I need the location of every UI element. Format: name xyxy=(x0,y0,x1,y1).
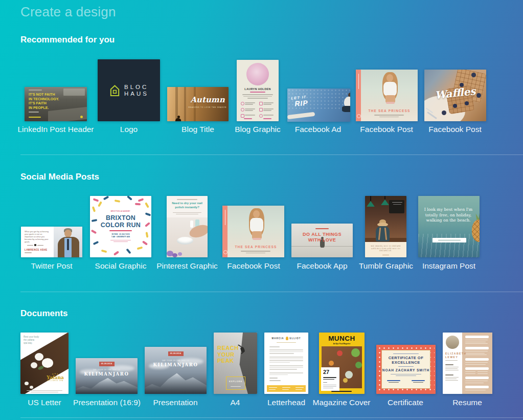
placeholder-text xyxy=(176,214,198,214)
pres-title: KILIMANJARO xyxy=(145,362,207,367)
lightbulb-icon xyxy=(286,337,288,340)
thumbnail-blog-graphic[interactable]: LAURYN HOLDEN xyxy=(237,60,279,121)
thumbnail-resume[interactable]: ELIZABETHLEWEY xyxy=(443,333,492,394)
thumbnail-linkedin-post-header[interactable]: IT'S NOT FAITHIN TECHNOLOGY. IT'S FAITHI… xyxy=(25,87,87,121)
template-label[interactable]: Magazine Cover xyxy=(313,398,371,407)
thumbnail-blog-title[interactable]: Autumn REASONS TO LOVE THE SEASON xyxy=(167,87,229,121)
stamp-icon xyxy=(357,114,361,118)
template-label[interactable]: Instagram Post xyxy=(422,261,475,271)
template-label[interactable]: Blog Title xyxy=(181,125,214,134)
beach-photo: THE SEA PRINCESS xyxy=(361,70,418,121)
template-label[interactable]: Tumblr Graphic xyxy=(359,261,413,271)
placeholder-text xyxy=(29,90,42,91)
thumbnail-logo[interactable]: BLOC HAUS xyxy=(98,59,160,121)
author-name: LAWRENCE ASHE xyxy=(25,249,48,251)
template-label[interactable]: Letterhead xyxy=(267,398,305,407)
stamp-icon xyxy=(223,250,228,254)
section-divider xyxy=(20,154,523,155)
chalk-line xyxy=(393,204,401,205)
template-label[interactable]: Certificate xyxy=(388,398,423,407)
app-headline: DO ALL THINGSWITH LOVE xyxy=(291,232,353,243)
thumbnail-a4[interactable]: REACHYOURPEAK EXPLORE xyxy=(214,333,257,394)
template-label[interactable]: Presentation (16:9) xyxy=(73,398,141,407)
beach-photo: THE SEA PRINCESS xyxy=(228,206,284,257)
accent-line xyxy=(29,117,41,118)
thumbnail-letterhead[interactable]: MARCIA ELLIOT xyxy=(264,333,308,394)
person-name: LAURYN HOLDEN xyxy=(237,87,279,91)
letterhead-header: MARCIA ELLIOT xyxy=(264,337,308,340)
thumbnail-tumblr-graphic[interactable]: WE TRAVEL NOT TO ESCAPE LIFE BUT FOR LIF… xyxy=(365,196,406,257)
accent-dot xyxy=(80,116,83,118)
autumn-subtitle: REASONS TO LOVE THE SEASON xyxy=(188,106,228,108)
thumbnail-presentation-16-9[interactable]: 05.28.2014 DAY TOUR OF THE TRIP TO KILIM… xyxy=(76,358,138,394)
template-label[interactable]: Twitter Post xyxy=(31,261,73,271)
template-label[interactable]: US Letter xyxy=(28,398,61,407)
pres-kicker: DAY TOUR OF THE TRIP TO xyxy=(76,369,138,371)
template-label[interactable]: Logo xyxy=(120,125,138,134)
letterhead-footer xyxy=(267,385,306,392)
spa-tagline: Rest your bodythe yafanaspa way. xyxy=(24,336,39,344)
template-label[interactable]: Facebook App xyxy=(297,261,347,271)
pres-kicker: DAY TOUR OF THE TRIP TO xyxy=(145,360,207,362)
template-label[interactable]: Facebook Post xyxy=(227,261,280,271)
date-badge: 05.28.2014 xyxy=(168,351,184,356)
headline-text: IT'S NOT FAITHIN TECHNOLOGY. IT'S FAITHI… xyxy=(29,93,59,110)
tree-shape xyxy=(184,87,186,121)
thumbnail-facebook-post-sea-princess[interactable]: THE SEA PRINCESS xyxy=(356,70,418,121)
thumbnail-pinterest-graphic[interactable]: Need to dry your nail polish instantly? xyxy=(167,196,208,257)
thumbnail-magazine-cover[interactable]: MUNCH An Epic Food Magazine 27 xyxy=(319,333,365,394)
pres-title: KILIMANJARO xyxy=(76,371,138,377)
vertical-caption xyxy=(358,74,359,89)
man-photo xyxy=(54,227,82,257)
pin-headline: Need to dry your nail polish instantly? xyxy=(170,202,204,209)
placeholder-text xyxy=(31,392,58,392)
page-title: Create a design xyxy=(20,4,116,20)
thumbnail-facebook-ad[interactable]: LET IT RIP xyxy=(287,89,350,122)
thumbnail-certificate[interactable]: CERTIFICATE OFEXCELLENCE NOAH ZACHARY SM… xyxy=(376,345,436,394)
event-title: BRIXTONCOLOR RUN xyxy=(90,214,151,229)
accent-line xyxy=(244,118,252,119)
autumn-title: Autumn xyxy=(188,95,228,104)
sea-waves xyxy=(418,234,480,257)
thumbnail-twitter-post[interactable]: What you get by achieving your goals is … xyxy=(21,227,82,257)
thumbnail-facebook-post-sea-princess[interactable]: THE SEA PRINCESS xyxy=(222,206,284,257)
surfboard xyxy=(287,112,315,120)
mountain xyxy=(145,371,207,394)
explore-box: EXPLORE xyxy=(226,377,245,390)
section-divider xyxy=(20,292,523,292)
accent-line xyxy=(263,118,271,119)
logo-wordmark: BLOC HAUS xyxy=(124,84,149,97)
template-label[interactable]: A4 xyxy=(231,398,240,407)
template-label[interactable]: Resume xyxy=(452,398,482,407)
thumbnail-facebook-app[interactable]: DO ALL THINGSWITH LOVE xyxy=(291,224,353,257)
thumbnail-instagram-post[interactable]: I look my best when I'm totally free, on… xyxy=(418,196,480,257)
template-label[interactable]: Facebook Ad xyxy=(295,125,341,134)
magazine-subtitle: An Epic Food Magazine xyxy=(319,343,365,345)
house-icon xyxy=(109,84,121,97)
template-label[interactable]: LinkedIn Post Header xyxy=(17,125,94,134)
placeholder-text xyxy=(25,252,32,253)
placeholder-text xyxy=(27,390,62,391)
thumbnail-social-graphic[interactable]: BRIXTON ACADEMY BRIXTONCOLOR RUN 5K RUN … xyxy=(90,196,151,257)
template-label[interactable]: Facebook Post xyxy=(428,125,481,134)
section-heading-documents: Documents xyxy=(20,308,68,319)
placeholder-text xyxy=(110,240,131,240)
mountain xyxy=(76,377,138,394)
template-label[interactable]: Pinterest Graphic xyxy=(156,261,218,271)
ad-headline: LET IT RIP xyxy=(291,95,308,108)
thumbnail-presentation[interactable]: 05.28.2014 DAY TOUR OF THE TRIP TO KILIM… xyxy=(145,347,207,394)
spa-brand: ▲▼▲ Yafana WELLNESS SPA xyxy=(43,372,67,382)
placeholder-text xyxy=(113,241,128,242)
template-label[interactable]: Social Graphic xyxy=(95,261,147,271)
template-label[interactable]: Presentation xyxy=(153,398,197,407)
section-heading-social: Social Media Posts xyxy=(20,172,99,182)
thumbnail-facebook-post-waffles[interactable]: Waffles xyxy=(424,70,486,121)
template-label[interactable]: Facebook Post xyxy=(360,125,413,134)
section-divider xyxy=(20,417,523,418)
date-badge: 05.28.2014 xyxy=(99,362,115,366)
template-label[interactable]: Blog Graphic xyxy=(235,125,281,134)
thumbnail-us-letter[interactable]: Rest your bodythe yafanaspa way. ▲▼▲ Yaf… xyxy=(20,333,69,394)
insta-button xyxy=(433,238,466,242)
portrait-photo xyxy=(246,63,269,85)
placeholder-text xyxy=(315,228,329,229)
